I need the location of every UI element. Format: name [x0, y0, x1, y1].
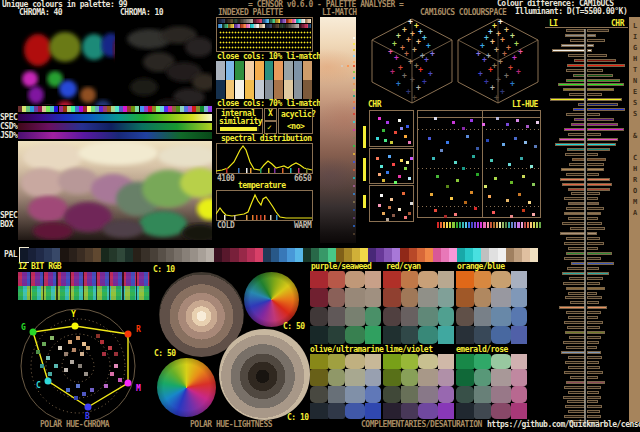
palette-swatch	[360, 248, 368, 262]
scatter-point	[382, 129, 385, 132]
colour-point: +	[418, 66, 423, 74]
chroma-bar	[587, 168, 604, 171]
lightness-bar	[564, 128, 585, 131]
palette-swatch	[101, 248, 109, 262]
chroma-bar	[587, 336, 601, 339]
chroma-bar	[587, 227, 605, 230]
complementaries-caption: COMPLEMENTARIES/DESATURATION	[361, 421, 482, 429]
mosaic-cell	[345, 288, 365, 308]
chroma-bar	[587, 212, 601, 215]
chroma10-label: CHROMA: 10	[120, 9, 163, 17]
mosaic-cell	[438, 386, 454, 403]
lightness-bar	[566, 113, 585, 116]
mosaic-cell	[328, 288, 344, 308]
mosaic-cell	[401, 403, 417, 419]
lightness-bar	[561, 168, 585, 171]
lightness-bar	[563, 341, 585, 344]
close-colour-swatch	[235, 61, 245, 80]
lightness-bar	[564, 197, 585, 200]
scatter-point	[528, 201, 531, 204]
palette-swatch	[465, 248, 473, 262]
li-match-dot	[347, 65, 349, 67]
lightness-bar	[566, 207, 585, 210]
mosaic-cell	[328, 271, 344, 288]
lightness-bar	[559, 138, 585, 141]
scatter-point	[520, 157, 523, 160]
indexed-swatch	[310, 24, 311, 28]
li-match-dot	[353, 145, 355, 147]
colour-point: +	[500, 88, 505, 96]
scatter-point	[530, 165, 533, 168]
chroma10-chart	[119, 17, 212, 105]
close-colour-swatch	[245, 80, 255, 99]
chroma-bar	[587, 301, 599, 304]
mosaic-cell	[474, 354, 490, 369]
li-match-dot	[353, 65, 355, 67]
close-colour-swatch	[294, 61, 304, 80]
li-hue-tick-strip	[437, 222, 541, 228]
scatter-point	[390, 198, 393, 201]
polar-hue-chroma-caption: POLAR HUE-CHROMA	[40, 421, 109, 429]
hue-tick	[443, 222, 445, 228]
lightness-bar	[568, 217, 585, 220]
chroma-bar	[587, 133, 601, 136]
palette-swatch	[498, 248, 506, 262]
indexed-palette-empty-slots	[219, 30, 311, 50]
li-match-dot	[353, 137, 355, 139]
chroma-bar	[587, 237, 600, 240]
chroma-bar	[587, 366, 600, 369]
chroma-bar	[587, 346, 597, 349]
complementary-tile	[310, 271, 381, 344]
github-url[interactable]: https://github.com/Quickmarble/censor	[487, 421, 640, 429]
jsd-label: JSD%	[0, 132, 17, 140]
chr-panel-label: CHR	[368, 101, 381, 109]
colour-point: +	[412, 94, 417, 102]
lightness-bar	[563, 282, 585, 285]
chroma-bar	[587, 39, 605, 42]
hue-tick	[527, 222, 529, 228]
scatter-point	[454, 161, 457, 164]
lightness-bar	[564, 371, 585, 374]
hue-reference-strip	[18, 106, 212, 112]
mosaic-cell	[456, 288, 474, 308]
colour-point: +	[408, 58, 413, 66]
palette-swatch	[52, 248, 60, 262]
scatter-point	[536, 121, 539, 124]
mosaic-cell	[383, 326, 401, 344]
scatter-point	[392, 214, 395, 217]
colour-point: +	[484, 78, 489, 86]
close-colour-swatch	[274, 61, 284, 80]
palette-swatch	[328, 248, 336, 262]
bit-rgb-tile-gaps	[18, 272, 150, 300]
lightness-bar	[561, 44, 585, 47]
indexed-palette-row	[218, 19, 311, 23]
palette-swatch	[336, 248, 344, 262]
scatter-point	[392, 163, 395, 166]
svg-text:C: C	[36, 381, 41, 390]
mosaic-cell	[345, 307, 365, 326]
sidebar-centre-line	[584, 29, 586, 426]
hue-tick	[524, 222, 526, 228]
colour-point: +	[422, 78, 427, 86]
close-colour-swatch	[303, 61, 313, 80]
mosaic-cell	[456, 403, 474, 419]
chroma-bar	[587, 247, 598, 250]
scatter-point	[450, 197, 453, 200]
scatter-point	[444, 215, 447, 218]
chroma-bar	[587, 242, 604, 245]
colour-point: +	[412, 46, 417, 54]
lightness-bar	[565, 296, 585, 299]
mosaic-cell	[383, 369, 401, 387]
scatter-point	[398, 208, 401, 211]
hue-tick	[483, 222, 485, 228]
palette-swatch	[433, 248, 441, 262]
mosaic-cell	[456, 307, 474, 326]
scatter-point	[524, 141, 527, 144]
lightness-bar	[562, 222, 585, 225]
li-hue-gridline	[418, 206, 540, 207]
mosaic-cell	[511, 271, 527, 288]
colour-point: +	[516, 68, 521, 76]
palette-swatch	[319, 248, 327, 262]
tile-label: purple/seaweed	[311, 263, 371, 271]
mosaic-cell	[328, 386, 344, 403]
